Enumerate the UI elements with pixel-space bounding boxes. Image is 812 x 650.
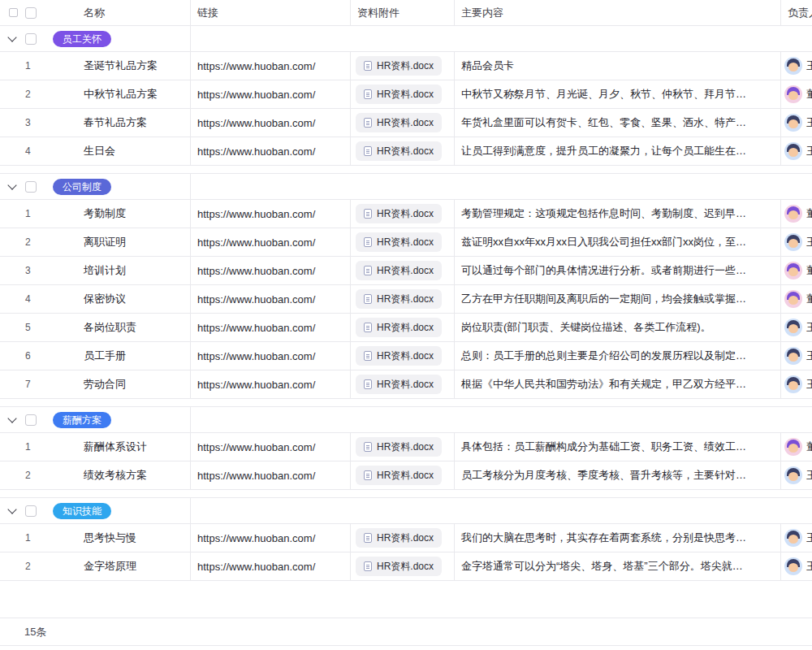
cell-attachment[interactable]: HR资料.docx (351, 80, 455, 108)
cell-owner[interactable]: 董 (781, 257, 812, 284)
cell-name[interactable]: 离职证明 (77, 228, 191, 256)
cell-name[interactable]: 金字塔原理 (77, 552, 191, 580)
attachment-chip[interactable]: HR资料.docx (356, 113, 442, 132)
column-header-attachment[interactable]: 资料附件 (351, 0, 455, 25)
cell-attachment[interactable]: HR资料.docx (351, 137, 455, 165)
chevron-down-icon[interactable] (7, 180, 16, 189)
cell-attachment[interactable]: HR资料.docx (351, 200, 455, 228)
cell-owner[interactable]: 董 (781, 285, 812, 313)
cell-content[interactable]: 我们的大脑在思考时，其实存在着两套系统，分别是快思考… (455, 524, 781, 552)
cell-owner[interactable]: 王 (781, 52, 812, 80)
attachment-chip[interactable]: HR资料.docx (356, 84, 442, 104)
cell-attachment[interactable]: HR资料.docx (351, 257, 455, 284)
cell-link[interactable]: https://www.huoban.com/ (191, 200, 351, 228)
attachment-chip[interactable]: HR资料.docx (356, 466, 442, 485)
cell-name[interactable]: 薪酬体系设计 (77, 433, 191, 461)
cell-content[interactable]: 兹证明xx自xx年xx月xx日入职我公司担任xx部门xx岗位，至… (455, 228, 781, 256)
cell-attachment[interactable]: HR资料.docx (351, 285, 455, 313)
cell-link[interactable]: https://www.huoban.com/ (191, 137, 351, 165)
cell-attachment[interactable]: HR资料.docx (351, 370, 455, 398)
cell-attachment[interactable]: HR资料.docx (351, 524, 455, 552)
cell-attachment[interactable]: HR资料.docx (351, 109, 455, 136)
cell-owner[interactable]: 王 (781, 109, 812, 136)
cell-content[interactable]: 精品会员卡 (455, 52, 781, 80)
cell-attachment[interactable]: HR资料.docx (351, 552, 455, 580)
attachment-chip[interactable]: HR资料.docx (356, 204, 442, 223)
cell-link[interactable]: https://www.huoban.com/ (191, 109, 351, 136)
group-badge[interactable]: 知识技能 (53, 503, 111, 519)
cell-owner[interactable]: 王 (781, 137, 812, 165)
cell-content[interactable]: 金字塔通常可以分为“塔尖、塔身、塔基”三个部分。塔尖就… (455, 552, 781, 580)
cell-link[interactable]: https://www.huoban.com/ (191, 314, 351, 341)
cell-link[interactable]: https://www.huoban.com/ (191, 257, 351, 284)
cell-owner[interactable]: 王 (781, 524, 812, 552)
cell-name[interactable]: 圣诞节礼品方案 (77, 52, 191, 80)
cell-content[interactable]: 年货礼盒里面可以有贺卡、红包、零食、坚果、酒水、特产… (455, 109, 781, 136)
cell-link[interactable]: https://www.huoban.com/ (191, 370, 351, 398)
group-checkbox[interactable] (25, 181, 37, 193)
cell-link[interactable]: https://www.huoban.com/ (191, 228, 351, 256)
cell-name[interactable]: 培训计划 (77, 257, 191, 284)
cell-owner[interactable]: 董 (781, 200, 812, 228)
select-all-checkbox[interactable] (25, 7, 37, 19)
column-header-owner[interactable]: 负责人 (781, 0, 812, 25)
cell-owner[interactable]: 王 (781, 552, 812, 580)
cell-name[interactable]: 中秋节礼品方案 (77, 80, 191, 108)
cell-name[interactable]: 春节礼品方案 (77, 109, 191, 136)
attachment-chip[interactable]: HR资料.docx (356, 261, 442, 280)
cell-name[interactable]: 各岗位职责 (77, 314, 191, 341)
cell-owner[interactable]: 王 (781, 342, 812, 370)
attachment-chip[interactable]: HR资料.docx (356, 375, 442, 394)
cell-name[interactable]: 劳动合同 (77, 370, 191, 398)
cell-content[interactable]: 根据《中华人民共和国劳动法》和有关规定，甲乙双方经平… (455, 370, 781, 398)
cell-owner[interactable]: 董 (781, 80, 812, 108)
attachment-chip[interactable]: HR资料.docx (356, 437, 442, 457)
chevron-down-icon[interactable] (7, 505, 16, 514)
cell-attachment[interactable]: HR资料.docx (351, 52, 455, 80)
attachment-chip[interactable]: HR资料.docx (356, 318, 442, 337)
group-badge[interactable]: 员工关怀 (53, 31, 111, 47)
cell-content[interactable]: 具体包括：员工薪酬构成分为基础工资、职务工资、绩效工… (455, 433, 781, 461)
cell-attachment[interactable]: HR资料.docx (351, 342, 455, 370)
attachment-chip[interactable]: HR资料.docx (356, 528, 442, 548)
cell-name[interactable]: 思考快与慢 (77, 524, 191, 552)
group-checkbox[interactable] (25, 505, 37, 517)
cell-content[interactable]: 考勤管理规定：这项规定包括作息时间、考勤制度、迟到早… (455, 200, 781, 228)
cell-content[interactable]: 可以通过每个部门的具体情况进行分析。或者前期进行一些… (455, 257, 781, 284)
cell-link[interactable]: https://www.huoban.com/ (191, 342, 351, 370)
cell-attachment[interactable]: HR资料.docx (351, 314, 455, 341)
column-header-link[interactable]: 链接 (191, 0, 351, 25)
cell-link[interactable]: https://www.huoban.com/ (191, 80, 351, 108)
attachment-chip[interactable]: HR资料.docx (356, 232, 442, 252)
cell-attachment[interactable]: HR资料.docx (351, 433, 455, 461)
cell-content[interactable]: 乙方在甲方任职期间及离职后的一定期间，均会接触或掌握… (455, 285, 781, 313)
group-badge[interactable]: 薪酬方案 (53, 412, 111, 428)
attachment-chip[interactable]: HR资料.docx (356, 289, 442, 309)
cell-content[interactable]: 岗位职责(部门职责、关键岗位描述、各类工作流程)。 (455, 314, 781, 341)
cell-link[interactable]: https://www.huoban.com/ (191, 52, 351, 80)
column-header-content[interactable]: 主要内容 (455, 0, 781, 25)
cell-owner[interactable]: 董 (781, 433, 812, 461)
cell-name[interactable]: 考勤制度 (77, 200, 191, 228)
group-checkbox[interactable] (25, 33, 37, 45)
group-badge[interactable]: 公司制度 (53, 179, 111, 195)
cell-content[interactable]: 中秋节又称祭月节、月光诞、月夕、秋节、仲秋节、拜月节… (455, 80, 781, 108)
cell-owner[interactable]: 王 (781, 314, 812, 341)
attachment-chip[interactable]: HR资料.docx (356, 56, 442, 76)
cell-attachment[interactable]: HR资料.docx (351, 228, 455, 256)
cell-link[interactable]: https://www.huoban.com/ (191, 433, 351, 461)
cell-name[interactable]: 员工手册 (77, 342, 191, 370)
cell-name[interactable]: 保密协议 (77, 285, 191, 313)
group-checkbox[interactable] (25, 414, 37, 426)
cell-name[interactable]: 生日会 (77, 137, 191, 165)
cell-link[interactable]: https://www.huoban.com/ (191, 552, 351, 580)
chevron-down-icon[interactable] (7, 32, 16, 41)
attachment-chip[interactable]: HR资料.docx (356, 346, 442, 366)
cell-link[interactable]: https://www.huoban.com/ (191, 524, 351, 552)
cell-attachment[interactable]: HR资料.docx (351, 462, 455, 489)
cell-content[interactable]: 员工考核分为月度考核、季度考核、晋升考核等，主要针对… (455, 462, 781, 489)
cell-owner[interactable]: 王 (781, 462, 812, 489)
cell-content[interactable]: 让员工得到满意度，提升员工的凝聚力，让每个员工能生在… (455, 137, 781, 165)
attachment-chip[interactable]: HR资料.docx (356, 557, 442, 576)
attachment-chip[interactable]: HR资料.docx (356, 141, 442, 161)
